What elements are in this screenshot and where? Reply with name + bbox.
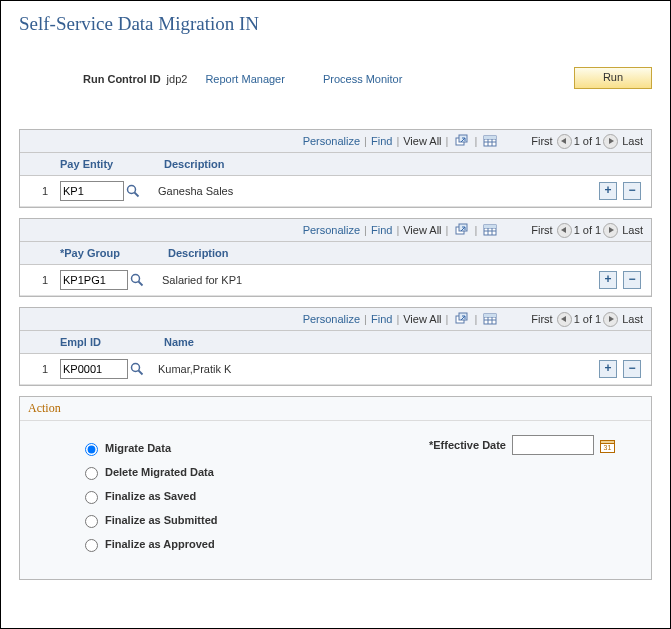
table-row: 1Salaried for KP1+− [20, 265, 651, 296]
action-option: Delete Migrated Data [80, 461, 623, 483]
add-row-button[interactable]: + [599, 271, 617, 289]
action-option-label: Delete Migrated Data [105, 466, 214, 478]
calendar-icon[interactable]: 31 [600, 438, 615, 453]
grid-header: *Pay GroupDescription [20, 242, 651, 265]
description-cell: Salaried for KP1 [156, 274, 581, 286]
row-count: 1 of 1 [574, 135, 602, 147]
row-number: 1 [20, 274, 54, 286]
action-option: Finalize as Approved [80, 533, 623, 555]
column-header[interactable]: Pay Entity [54, 158, 158, 170]
lookup-icon[interactable] [130, 362, 144, 376]
column-header[interactable]: *Pay Group [54, 247, 162, 259]
effective-date-input[interactable] [512, 435, 594, 455]
action-radio[interactable] [85, 515, 98, 528]
run-control-label: Run Control ID [83, 73, 161, 85]
view-all-link[interactable]: View All [403, 224, 441, 236]
grid-toolbar: Personalize|Find|View All||First1 of 1La… [20, 219, 651, 242]
effective-date-label: *Effective Date [429, 439, 506, 451]
description-cell: Ganesha Sales [152, 185, 581, 197]
first-label[interactable]: First [531, 224, 552, 236]
prev-icon[interactable] [557, 312, 572, 327]
run-control-row: Run Control ID jdp2 Report Manager Proce… [83, 69, 652, 89]
svg-text:31: 31 [604, 444, 612, 451]
last-label[interactable]: Last [622, 135, 643, 147]
personalize-link[interactable]: Personalize [303, 224, 360, 236]
column-header[interactable]: Description [158, 158, 581, 170]
row-number: 1 [20, 185, 54, 197]
description-cell: Kumar,Pratik K [152, 363, 581, 375]
find-link[interactable]: Find [371, 224, 392, 236]
next-icon[interactable] [603, 223, 618, 238]
add-row-button[interactable]: + [599, 360, 617, 378]
grid-toolbar: Personalize|Find|View All||First1 of 1La… [20, 130, 651, 153]
action-section: Action Migrate DataDelete Migrated DataF… [19, 396, 652, 580]
delete-row-button[interactable]: − [623, 182, 641, 200]
svg-point-28 [132, 364, 140, 372]
row-number: 1 [20, 363, 54, 375]
action-radio[interactable] [85, 467, 98, 480]
key-input[interactable] [60, 270, 128, 290]
lookup-icon[interactable] [126, 184, 140, 198]
next-icon[interactable] [603, 134, 618, 149]
action-title: Action [20, 397, 651, 421]
svg-line-29 [139, 371, 143, 375]
row-count: 1 of 1 [574, 313, 602, 325]
page-frame: Self-Service Data Migration IN Run Contr… [0, 0, 671, 629]
first-label[interactable]: First [531, 313, 552, 325]
find-link[interactable]: Find [371, 135, 392, 147]
last-label[interactable]: Last [622, 313, 643, 325]
next-icon[interactable] [603, 312, 618, 327]
report-manager-link[interactable]: Report Manager [205, 73, 285, 85]
first-label[interactable]: First [531, 135, 552, 147]
action-option-label: Migrate Data [105, 442, 171, 454]
table-row: 1Ganesha Sales+− [20, 176, 651, 207]
view-all-link[interactable]: View All [403, 313, 441, 325]
page-title: Self-Service Data Migration IN [19, 13, 652, 35]
last-label[interactable]: Last [622, 224, 643, 236]
column-header[interactable]: Description [162, 247, 581, 259]
run-control-value: jdp2 [167, 73, 188, 85]
download-icon[interactable] [483, 223, 497, 237]
action-option-label: Finalize as Submitted [105, 514, 217, 526]
process-monitor-link[interactable]: Process Monitor [323, 73, 402, 85]
delete-row-button[interactable]: − [623, 360, 641, 378]
zoom-icon[interactable] [454, 134, 468, 148]
zoom-icon[interactable] [454, 223, 468, 237]
key-input[interactable] [60, 181, 124, 201]
action-radio[interactable] [85, 443, 98, 456]
svg-rect-7 [484, 136, 496, 139]
action-radio[interactable] [85, 539, 98, 552]
delete-row-button[interactable]: − [623, 271, 641, 289]
key-input[interactable] [60, 359, 128, 379]
grid: Personalize|Find|View All||First1 of 1La… [19, 129, 652, 208]
grid-toolbar: Personalize|Find|View All||First1 of 1La… [20, 308, 651, 331]
action-option: Finalize as Submitted [80, 509, 623, 531]
column-header[interactable]: Name [158, 336, 581, 348]
svg-line-9 [135, 193, 139, 197]
personalize-link[interactable]: Personalize [303, 135, 360, 147]
prev-icon[interactable] [557, 134, 572, 149]
grid-header: Empl IDName [20, 331, 651, 354]
download-icon[interactable] [483, 134, 497, 148]
prev-icon[interactable] [557, 223, 572, 238]
action-option: Finalize as Saved [80, 485, 623, 507]
svg-rect-27 [484, 314, 496, 317]
svg-rect-17 [484, 225, 496, 228]
grid: Personalize|Find|View All||First1 of 1La… [19, 307, 652, 386]
add-row-button[interactable]: + [599, 182, 617, 200]
svg-point-18 [132, 275, 140, 283]
column-header[interactable]: Empl ID [54, 336, 158, 348]
svg-line-19 [139, 282, 143, 286]
action-body: Migrate DataDelete Migrated DataFinalize… [20, 421, 651, 579]
action-radio[interactable] [85, 491, 98, 504]
lookup-icon[interactable] [130, 273, 144, 287]
svg-point-8 [128, 186, 136, 194]
view-all-link[interactable]: View All [403, 135, 441, 147]
run-button[interactable]: Run [574, 67, 652, 89]
download-icon[interactable] [483, 312, 497, 326]
action-option-label: Finalize as Approved [105, 538, 215, 550]
zoom-icon[interactable] [454, 312, 468, 326]
personalize-link[interactable]: Personalize [303, 313, 360, 325]
action-option-label: Finalize as Saved [105, 490, 196, 502]
find-link[interactable]: Find [371, 313, 392, 325]
